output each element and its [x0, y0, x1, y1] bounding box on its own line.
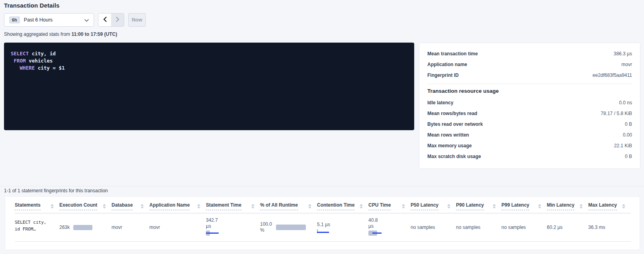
column-label: Max Latency [588, 202, 617, 210]
sort-arrows-icon[interactable] [51, 204, 54, 209]
summary-label: Mean transaction time [427, 51, 478, 57]
summary-row: Max scratch disk usage0 B [427, 151, 632, 162]
summary-label: Max scratch disk usage [427, 154, 481, 159]
summary-value: 0.0 ns [619, 100, 632, 106]
next-range-button[interactable] [111, 14, 124, 26]
sort-arrows-icon[interactable] [579, 204, 583, 209]
summary-value: 22.1 KiB [614, 143, 632, 148]
summary-label: Fingerprint ID [427, 72, 459, 78]
sort-arrows-icon[interactable] [141, 204, 144, 209]
column-label: Statements [15, 202, 41, 210]
max-latency-cell: 36.3 ms [588, 213, 631, 242]
column-label: P99 Latency [501, 202, 529, 210]
column-header-database[interactable]: Database [112, 197, 149, 213]
column-header-min-latency[interactable]: Min Latency [547, 197, 588, 213]
sort-arrows-icon[interactable] [493, 204, 496, 209]
summary-row: Fingerprint IDee2df683f5aa9411 [427, 70, 632, 80]
column-header-contention-time[interactable]: Contention Time [317, 197, 368, 213]
summary-row: Bytes read over network0 B [427, 119, 632, 129]
execution-count-bar [73, 225, 92, 230]
column-label: CPU Time [368, 202, 391, 210]
summary-row: Mean rows written0.00 [427, 129, 632, 140]
summary-row: Max memory usage22.1 KiB [427, 140, 632, 151]
page-title: Transaction Details [4, 2, 59, 9]
column-label: Execution Count [59, 202, 97, 210]
column-header-statements[interactable]: Statements [15, 197, 59, 213]
pct-runtime-bar [276, 225, 306, 230]
column-header-cpu-time[interactable]: CPU Time [368, 197, 411, 213]
transaction-summary-panel: Mean transaction time386.3 µsApplication… [419, 43, 640, 169]
summary-value: movr [621, 62, 632, 67]
column-label: P90 Latency [456, 202, 484, 210]
column-label: Min Latency [547, 202, 574, 210]
summary-value: 0 B [625, 121, 632, 127]
column-header-p50-latency[interactable]: P50 Latency [411, 197, 456, 213]
column-label: Application Name [149, 202, 190, 210]
section-divider [0, 186, 644, 186]
summary-rows: Mean transaction time386.3 µsApplication… [427, 48, 632, 80]
pct-runtime-cell: 100.0 % [260, 221, 317, 233]
time-range-dropdown[interactable]: 6h Past 6 Hours [4, 13, 94, 27]
column-label: P50 Latency [411, 202, 438, 210]
summary-row: Application namemovr [427, 59, 632, 70]
resource-rows: Idle latency0.0 nsMean rows/bytes read78… [427, 97, 632, 162]
contention-time-cell: 5.1 µs [317, 217, 368, 233]
database-cell: movr [112, 213, 149, 242]
summary-label: Mean rows/bytes read [427, 111, 477, 116]
p99-latency-cell: no samples [501, 213, 547, 242]
statement-link[interactable]: SELECT city,id FROM… [15, 217, 46, 233]
contention-line [317, 232, 329, 233]
cpu-time-line [372, 233, 382, 234]
time-nav-group [98, 13, 124, 27]
resource-usage-heading: Transaction resource usage [427, 88, 632, 94]
summary-row: Mean rows/bytes read78.17 / 5.8 KiB [427, 108, 632, 119]
summary-value: 78.17 / 5.8 KiB [601, 111, 632, 116]
summary-row: Mean transaction time386.3 µs [427, 48, 632, 59]
sort-arrows-icon[interactable] [308, 204, 311, 209]
summary-label: Mean rows written [427, 132, 469, 138]
statement-time-line [206, 233, 219, 234]
caption-range: 11:00 to 17:59 (UTC) [71, 31, 117, 37]
time-range-badge: 6h [9, 16, 20, 23]
prev-range-button[interactable] [98, 14, 111, 26]
fingerprints-caption: 1-1 of 1 statement fingerprints for this… [4, 188, 108, 193]
column-header-p99-latency[interactable]: P99 Latency [501, 197, 547, 213]
table-header-row: StatementsExecution CountDatabaseApplica… [15, 197, 631, 213]
sql-code: SELECT city, id FROM vehicles WHERE city… [11, 50, 407, 72]
p90-latency-cell: no samples [456, 213, 501, 242]
column-label: % of All Runtime [260, 202, 298, 210]
execution-count-value: 263k [59, 225, 70, 230]
chevron-down-icon [84, 16, 89, 23]
column-label: Statement Time [206, 202, 241, 210]
sort-arrows-icon[interactable] [197, 204, 200, 209]
column-label: Database [112, 202, 133, 210]
summary-value: 0 B [625, 154, 632, 159]
execution-count-cell: 263k [59, 225, 112, 230]
column-header-statement-time[interactable]: Statement Time [206, 197, 260, 213]
p50-latency-cell: no samples [411, 213, 456, 242]
sort-arrows-icon[interactable] [103, 204, 106, 209]
column-label: Contention Time [317, 202, 354, 210]
summary-label: Max memory usage [427, 143, 472, 148]
sort-arrows-icon[interactable] [251, 204, 254, 209]
table-row: SELECT city,id FROM… 263k movr movr 342.… [15, 213, 631, 242]
cpu-time-cell: 40.8 µs [368, 217, 411, 236]
summary-label: Bytes read over network [427, 121, 483, 127]
summary-label: Idle latency [427, 100, 453, 106]
sort-arrows-icon[interactable] [360, 204, 363, 209]
column-header--of-all-runtime[interactable]: % of All Runtime [260, 197, 317, 213]
sort-arrows-icon[interactable] [622, 204, 625, 209]
column-header-max-latency[interactable]: Max Latency [588, 197, 631, 213]
summary-value: ee2df683f5aa9411 [593, 72, 632, 78]
time-range-label: Past 6 Hours [24, 17, 84, 23]
sort-arrows-icon[interactable] [402, 204, 405, 209]
summary-label: Application name [427, 62, 467, 67]
now-button[interactable]: Now [128, 13, 146, 27]
column-header-p90-latency[interactable]: P90 Latency [456, 197, 501, 213]
column-header-application-name[interactable]: Application Name [149, 197, 206, 213]
sql-statement-card: SELECT city, id FROM vehicles WHERE city… [4, 43, 414, 130]
sort-arrows-icon[interactable] [447, 204, 450, 209]
column-header-execution-count[interactable]: Execution Count [59, 197, 112, 213]
statements-table-card: StatementsExecution CountDatabaseApplica… [5, 196, 640, 250]
sort-arrows-icon[interactable] [538, 204, 541, 209]
